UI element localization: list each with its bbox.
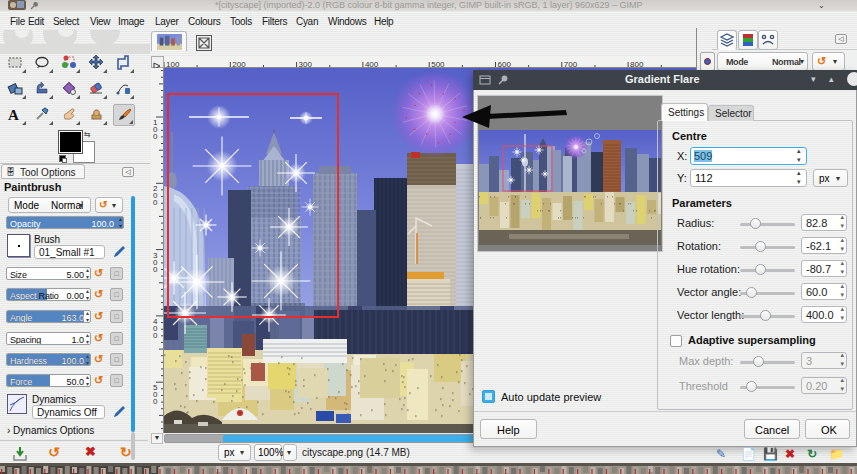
svg-text:800: 800: [630, 60, 644, 68]
svg-text:0: 0: [153, 198, 158, 207]
svg-text:0: 0: [153, 265, 158, 274]
svg-text:500: 500: [431, 60, 445, 68]
svg-text:200: 200: [232, 60, 246, 68]
svg-text:0: 0: [153, 397, 158, 406]
svg-text:300: 300: [299, 60, 313, 68]
svg-text:0: 0: [153, 331, 158, 340]
svg-text:0: 0: [153, 132, 158, 141]
svg-text:A: A: [8, 107, 19, 122]
svg-text:400: 400: [365, 60, 379, 68]
svg-text:100: 100: [166, 60, 180, 68]
svg-text:600: 600: [498, 60, 512, 68]
svg-text:700: 700: [564, 60, 578, 68]
